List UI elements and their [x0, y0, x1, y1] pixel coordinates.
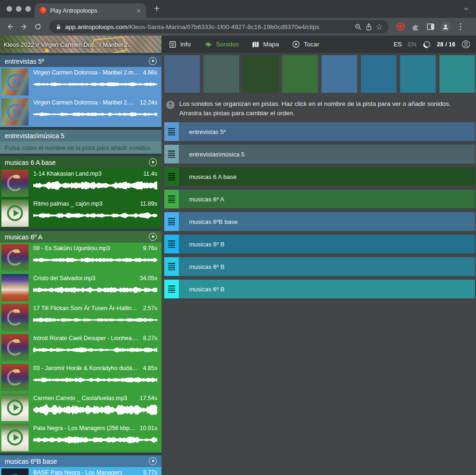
track-section-name[interactable]: musicas 6ºB base	[5, 458, 149, 465]
clip-filename[interactable]: Ritmo palmas _ cajón.mp3	[33, 200, 103, 207]
clip-item[interactable]: Ritmo palmas _ cajón.mp3 11.89s	[0, 198, 161, 228]
profile-avatar[interactable]	[439, 21, 452, 33]
play-clip-icon[interactable]	[7, 104, 23, 120]
breadcrumb[interactable]: Kleos 2022 // Virgen Carmen Dol... / Mar…	[4, 41, 133, 48]
tab-search-chevron-icon[interactable]	[463, 6, 469, 12]
track-row-body[interactable]: musicas 6º B	[179, 280, 475, 298]
play-track-icon[interactable]	[149, 158, 157, 166]
track-name[interactable]: musicas 6º B	[189, 286, 225, 293]
nav-tocar[interactable]: Tocar	[292, 40, 319, 48]
track-row-body[interactable]: musicas 6 A base	[179, 167, 475, 186]
minimize-window-button[interactable]	[16, 6, 22, 12]
share-icon[interactable]	[365, 23, 373, 31]
play-track-icon[interactable]	[149, 457, 157, 465]
clip-item[interactable]: 17 Till Flickan Som Är Tusen År-Halling …	[0, 303, 161, 333]
track-name[interactable]: musicas 6º B	[189, 241, 225, 248]
reload-button[interactable]	[32, 21, 44, 33]
clip-thumbnail[interactable]	[1, 200, 29, 227]
clip-thumbnail[interactable]	[1, 98, 29, 126]
drag-handle[interactable]	[164, 235, 179, 253]
play-clip-icon[interactable]	[7, 400, 23, 416]
extensions-puzzle-icon[interactable]	[409, 21, 422, 33]
clip-thumbnail[interactable]	[1, 68, 29, 96]
clip-item[interactable]: 03 - Jaromír Horák & Konrádyho dudácká .…	[0, 363, 161, 393]
track-name[interactable]: musicas 6 A base	[189, 173, 236, 180]
nav-mapa[interactable]: Mapa	[252, 41, 279, 48]
clip-waveform[interactable]	[33, 433, 157, 447]
clip-filename[interactable]: BASE Pata Negra - Los Managers	[33, 469, 122, 475]
clip-item[interactable]: Carmen Carreto _ Castañuelas.mp3 17.54s	[0, 393, 161, 423]
close-window-button[interactable]	[7, 6, 12, 12]
track-row-body[interactable]: musicas 6º A	[179, 190, 475, 208]
track-section-name[interactable]: entrevistas 5º	[5, 58, 149, 65]
nav-sonidos[interactable]: Sonidos	[204, 41, 239, 48]
track-row-body[interactable]: entrevistas\música 5	[179, 145, 475, 163]
track-row[interactable]: entrevistas 5º	[164, 122, 475, 141]
side-panel-icon[interactable]	[424, 21, 437, 33]
track-section-name[interactable]: musicas 6 A base	[5, 159, 149, 166]
record-extension-icon[interactable]	[394, 21, 407, 33]
clip-thumbnail[interactable]	[1, 364, 29, 391]
track-section-header[interactable]: entrevistas 5º	[0, 55, 161, 67]
track-name[interactable]: musicas 6º A	[189, 196, 224, 203]
play-clip-icon[interactable]	[7, 370, 23, 386]
new-tab-button[interactable]	[154, 5, 160, 12]
track-row[interactable]: musicas 6º A	[164, 190, 475, 208]
track-row[interactable]: musicas 6º B	[164, 257, 475, 276]
track-row[interactable]: musicas 6ºB base	[164, 212, 475, 231]
clip-waveform[interactable]	[33, 208, 157, 223]
clip-filename[interactable]: Carmen Carreto _ Castañuelas.mp3	[33, 395, 127, 401]
track-section-name[interactable]: musicas 6º A	[5, 233, 149, 241]
clip-waveform[interactable]	[33, 403, 157, 417]
track-row[interactable]: entrevistas\música 5	[164, 145, 475, 163]
clip-item[interactable]: 1-14 Khakasian Land.mp3 11.4s	[0, 168, 161, 198]
track-row-body[interactable]: entrevistas 5º	[179, 122, 475, 141]
play-clip-icon[interactable]	[7, 310, 23, 326]
track-section-name[interactable]: entrevistas\música 5	[5, 132, 157, 140]
clip-item[interactable]: BASE Pata Negra - Los Managers 3.77s	[0, 467, 161, 475]
clip-thumbnail[interactable]	[1, 334, 29, 361]
lang-es-button[interactable]: ES	[394, 41, 402, 48]
browser-menu-icon[interactable]	[454, 21, 467, 33]
bookmark-star-icon[interactable]: ☆	[376, 23, 383, 31]
account-icon[interactable]	[461, 40, 470, 49]
clip-waveform[interactable]	[33, 343, 157, 357]
play-clip-icon[interactable]	[7, 74, 23, 90]
track-name[interactable]: musicas 6º B	[189, 263, 225, 270]
track-row[interactable]: musicas 6º B	[164, 280, 475, 298]
clip-waveform[interactable]	[33, 283, 157, 297]
zoom-page-icon[interactable]	[354, 23, 362, 30]
clip-filename[interactable]: 17 Till Flickan Som Är Tusen År-Halling …	[33, 305, 139, 312]
clip-item[interactable]: Cristo del Salvador.mp3 34.05s	[0, 273, 161, 303]
lang-en-button[interactable]: EN	[408, 41, 416, 48]
clip-waveform[interactable]	[33, 373, 157, 387]
clip-thumbnail[interactable]	[1, 304, 29, 331]
back-button[interactable]	[4, 21, 16, 33]
play-clip-icon[interactable]	[7, 250, 23, 266]
drag-handle[interactable]	[164, 167, 179, 186]
play-track-icon[interactable]	[149, 233, 157, 241]
track-name[interactable]: entrevistas\música 5	[189, 151, 245, 158]
clip-thumbnail[interactable]	[1, 394, 29, 421]
clip-item[interactable]: Introit Rorate Caeli Desuper - Lionheart…	[0, 333, 161, 363]
track-section-header[interactable]: musicas 6 A base	[0, 156, 161, 168]
clip-item[interactable]: Pata Negra - Los Managers (256 kbps).mp3…	[0, 423, 161, 453]
play-clip-icon[interactable]	[7, 340, 23, 356]
tab-close-icon[interactable]	[136, 8, 141, 14]
track-row[interactable]: musicas 6º B	[164, 235, 475, 253]
track-row-body[interactable]: musicas 6º B	[179, 257, 475, 276]
drag-handle[interactable]	[164, 122, 179, 141]
maximize-window-button[interactable]	[25, 6, 31, 12]
clip-thumbnail[interactable]	[1, 244, 29, 271]
play-track-icon[interactable]	[149, 57, 157, 65]
track-section-header[interactable]: entrevistas\música 5	[0, 130, 161, 141]
clip-thumbnail[interactable]	[1, 468, 29, 475]
clip-thumbnail[interactable]	[1, 274, 29, 301]
track-section-header[interactable]: musicas 6ºB base	[0, 455, 161, 467]
clip-waveform[interactable]	[33, 313, 157, 327]
track-row-body[interactable]: musicas 6º B	[179, 235, 475, 253]
track-section-header[interactable]: musicas 6º A	[0, 231, 161, 243]
drag-handle[interactable]	[164, 280, 179, 298]
clip-filename[interactable]: 03 - Jaromír Horák & Konrádyho dudácká .…	[33, 365, 139, 371]
clip-filename[interactable]: 08 - Es Sakūru Uguntiņu.mp3	[33, 245, 110, 252]
